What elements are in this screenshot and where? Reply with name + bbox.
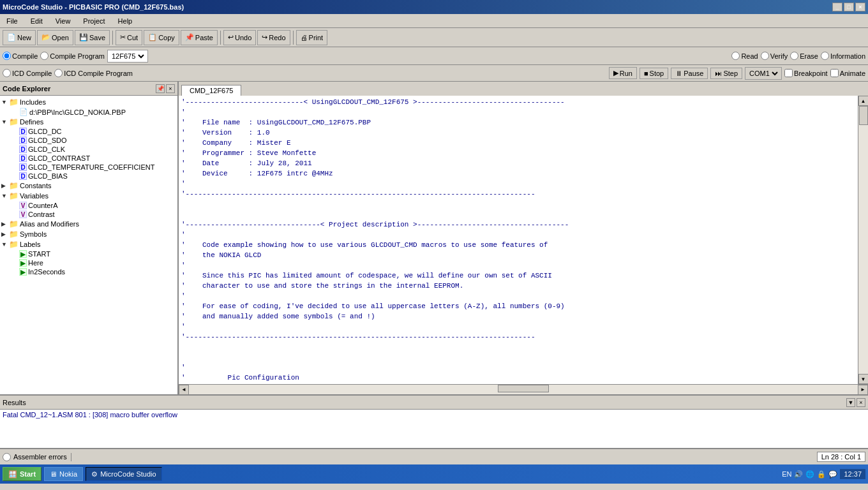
define-icon4: D	[19, 154, 27, 162]
stop-button[interactable]: ■ Stop	[640, 68, 668, 79]
status-bar: Assembler errors Ln 28 : Col 1	[0, 448, 868, 464]
icd-compile-radio-input[interactable]	[3, 69, 11, 77]
tree-labels[interactable]: ▼ 📁 Labels	[1, 239, 176, 249]
in2seconds-label: In2Seconds	[28, 268, 65, 276]
results-minimize-button[interactable]: ▼	[846, 398, 855, 407]
menu-project[interactable]: Project	[79, 16, 108, 26]
menu-edit[interactable]: Edit	[27, 16, 47, 26]
horizontal-scrollbar[interactable]: ◄ ►	[179, 384, 868, 394]
tree-glcd-dc[interactable]: D GLCD_DC	[11, 127, 176, 136]
scroll-right-button[interactable]: ►	[858, 385, 868, 395]
save-button[interactable]: 💾 Save	[75, 30, 110, 45]
run-button[interactable]: ▶ Run	[609, 67, 637, 79]
chip-selector[interactable]: 12F675	[107, 50, 148, 63]
information-radio[interactable]: Information	[821, 52, 865, 60]
editor-tab-cmd[interactable]: CMD_12F675	[181, 85, 241, 96]
tree-glcd-nokia[interactable]: 📄 d:\PBP\Inc\GLCD_NOKIA.PBP	[11, 107, 176, 117]
scroll-track-v[interactable]	[858, 106, 868, 374]
assembler-errors-label: Assembler errors	[13, 453, 67, 461]
icd-compile-program-radio-input[interactable]	[54, 69, 63, 77]
breakpoint-check[interactable]	[784, 69, 793, 77]
start-icon: 🪟	[8, 470, 17, 479]
menu-file[interactable]: File	[3, 16, 22, 26]
tree-glcd-sdo[interactable]: D GLCD_SDO	[11, 136, 176, 145]
vertical-scrollbar[interactable]: ▲ ▼	[858, 96, 868, 384]
com-selector[interactable]: COM1	[745, 67, 782, 80]
tree-glcd-temp[interactable]: D GLCD_TEMPERATURE_COEFFICIENT	[11, 163, 176, 172]
contrast-label: Contrast	[28, 211, 55, 218]
tree-alias[interactable]: ▶ 📁 Alias and Modifiers	[1, 219, 176, 229]
explorer-pin-button[interactable]: 📌	[156, 84, 165, 93]
maximize-button[interactable]: □	[844, 3, 854, 11]
tree-includes[interactable]: ▼ 📁 Includes	[1, 97, 176, 107]
information-radio-input[interactable]	[821, 52, 829, 60]
verify-radio[interactable]: Verify	[761, 52, 788, 60]
tree-in2seconds[interactable]: ▶ In2Seconds	[11, 267, 176, 276]
scroll-thumb-h[interactable]	[498, 385, 549, 392]
scroll-down-button[interactable]: ▼	[858, 374, 869, 384]
compile-radio-input[interactable]	[3, 52, 11, 60]
tree-symbols[interactable]: ▶ 📁 Symbols	[1, 229, 176, 239]
icd-compile-radio[interactable]: ICD Compile	[3, 69, 52, 77]
new-button[interactable]: 📄 New	[3, 30, 36, 45]
results-close-button[interactable]: ×	[857, 398, 865, 407]
icd-compile-program-radio[interactable]: ICD Compile Program	[54, 69, 133, 77]
animate-radio[interactable]: Animate	[830, 69, 865, 77]
sep1	[112, 31, 113, 45]
compile-program-radio[interactable]: Compile Program	[40, 52, 105, 60]
paste-button[interactable]: 📌 Paste	[181, 30, 218, 45]
taskbar-microcode[interactable]: ⚙ MicroCode Studio	[86, 467, 161, 481]
redo-button[interactable]: ↪ Redo	[257, 30, 290, 45]
tree-glcd-bias[interactable]: D GLCD_BIAS	[11, 172, 176, 181]
chip-select[interactable]: 12F675	[109, 52, 146, 61]
nokia-icon: 🖥	[50, 470, 57, 478]
tree-variables[interactable]: ▼ 📁 Variables	[1, 191, 176, 201]
scroll-thumb-v[interactable]	[859, 106, 868, 125]
tree-start[interactable]: ▶ START	[11, 249, 176, 258]
tree-glcd-clk[interactable]: D GLCD_CLK	[11, 145, 176, 154]
glcd-sdo-label: GLCD_SDO	[28, 137, 67, 144]
close-button[interactable]: ×	[855, 3, 865, 11]
sep2	[220, 31, 221, 45]
scroll-up-button[interactable]: ▲	[858, 96, 869, 106]
pause-button[interactable]: ⏸ Pause	[671, 68, 708, 79]
tree-glcd-contrast[interactable]: D GLCD_CONTRAST	[11, 154, 176, 163]
scroll-left-button[interactable]: ◄	[179, 385, 189, 395]
menu-view[interactable]: View	[52, 16, 75, 26]
tree-contrast[interactable]: V Contrast	[11, 210, 176, 219]
expand-symbols-icon: ▶	[1, 231, 8, 237]
com-select[interactable]: COM1	[747, 69, 780, 78]
tray-net-icon[interactable]: 🌐	[805, 470, 814, 479]
taskbar-nokia[interactable]: 🖥 Nokia	[44, 467, 83, 481]
tree-here[interactable]: ▶ Here	[11, 258, 176, 267]
tray-sec-icon[interactable]: 🔒	[817, 470, 826, 479]
undo-button[interactable]: ↩ Undo	[223, 30, 256, 45]
read-radio-input[interactable]	[731, 52, 740, 60]
tree-counter-a[interactable]: V CounterA	[11, 201, 176, 210]
open-button[interactable]: 📂 Open	[37, 30, 73, 45]
start-button[interactable]: 🪟 Start	[3, 467, 41, 481]
cut-button[interactable]: ✂ Cut	[116, 30, 142, 45]
minimize-button[interactable]: _	[832, 3, 842, 11]
read-radio[interactable]: Read	[731, 52, 758, 60]
copy-button[interactable]: 📋 Copy	[144, 30, 179, 45]
assembler-errors-radio[interactable]	[3, 453, 11, 461]
menu-help[interactable]: Help	[114, 16, 137, 26]
breakpoint-radio[interactable]: Breakpoint	[784, 69, 828, 77]
tray-vol-icon[interactable]: 🔊	[794, 470, 803, 479]
tree-constants[interactable]: ▶ 📁 Constants	[1, 181, 176, 191]
verify-radio-input[interactable]	[761, 52, 769, 60]
compile-program-radio-input[interactable]	[40, 52, 49, 60]
erase-radio[interactable]: Erase	[790, 52, 818, 60]
code-editor[interactable]: '----------------------------< UsingGLCD…	[179, 96, 858, 384]
scroll-track-h[interactable]	[189, 385, 858, 394]
tree-defines[interactable]: ▼ 📁 Defines	[1, 117, 176, 127]
print-button[interactable]: 🖨 Print	[296, 30, 328, 45]
compile-radio[interactable]: Compile	[3, 52, 38, 60]
step-button[interactable]: ⏭ Step	[710, 68, 742, 79]
erase-radio-input[interactable]	[790, 52, 798, 60]
variables-children: V CounterA V Contrast	[1, 201, 176, 219]
tray-msg-icon[interactable]: 💬	[828, 470, 837, 479]
animate-check[interactable]	[830, 69, 839, 77]
explorer-close-button[interactable]: ×	[166, 84, 175, 93]
